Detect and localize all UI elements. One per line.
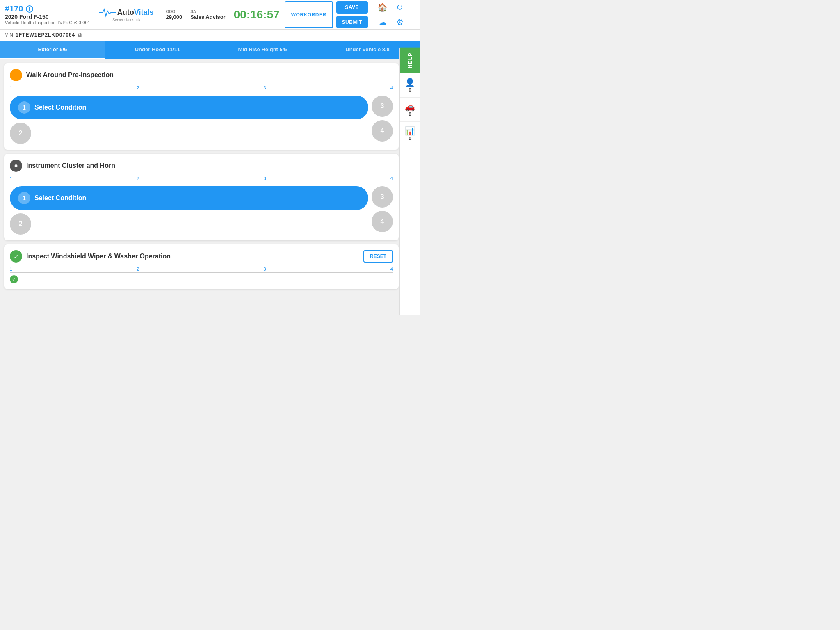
instrument-cluster-status-icon: ● [10,160,22,172]
sa-item: SA Sales Advisor [190,9,226,20]
scale-line-2 [10,182,393,182]
info-icon[interactable]: i [26,5,33,13]
condition-option-4[interactable]: 4 [372,120,393,142]
walk-around-title: Walk Around Pre-Inspection [26,71,114,79]
sidebar-chart[interactable]: 📊 0 [400,122,420,146]
condition-option-3b[interactable]: 3 [372,186,393,208]
windshield-scale-labels: 1 2 3 4 [10,267,393,272]
vin-value: 1FTEW1EP2LKD07064 [16,32,75,38]
person-icon: 👤 [405,78,415,87]
submit-button[interactable]: SUBMIT [336,16,368,28]
vehicle-name: 2020 Ford F-150 [5,14,90,20]
sidebar-car[interactable]: 🚗 0 [400,98,420,122]
header-buttons: WORKORDER SAVE SUBMIT [285,1,368,28]
server-status: Server status: ok [112,18,140,22]
work-order-number: #170 i [5,4,90,14]
vin-label: VIN [5,32,13,38]
reset-button[interactable]: RESET [363,250,393,262]
select-condition-btn-2[interactable]: 1 Select Condition [10,186,368,210]
settings-icon[interactable]: ⚙ [393,16,406,29]
walk-around-status-icon: ! [10,69,22,81]
odo-item: ODO 29,000 [166,9,182,20]
sidebar-person[interactable]: 👤 0 [400,73,420,98]
condition-option-3[interactable]: 3 [372,96,393,117]
windshield-wiper-card: ✓ Inspect Windshield Wiper & Washer Oper… [4,244,399,289]
tab-exterior[interactable]: Exterior 5/6 [0,41,105,59]
walk-around-card: ! Walk Around Pre-Inspection 1 2 3 4 1 S… [4,63,399,150]
help-button[interactable]: HELP [400,48,420,73]
select-condition-btn-1[interactable]: 1 Select Condition [10,96,368,119]
timer: 00:16:57 [234,8,280,21]
instrument-cluster-card: ● Instrument Cluster and Horn 1 2 3 4 1 … [4,154,399,240]
vin-row: VIN 1FTEW1EP2LKD07064 ⧉ [0,30,420,41]
save-button[interactable]: SAVE [336,1,368,14]
windshield-title: Inspect Windshield Wiper & Washer Operat… [26,253,171,260]
inspection-name: Vehicle Health Inspection TVPx G v20-001 [5,20,90,25]
tab-under-hood[interactable]: Under Hood 11/11 [105,41,210,59]
car-icon: 🚗 [405,102,415,112]
instrument-conditions: 1 Select Condition 2 3 4 [10,186,393,235]
walk-around-scale-labels: 1 2 3 4 [10,85,393,90]
header: #170 i 2020 Ford F-150 Vehicle Health In… [0,0,420,30]
tab-mid-rise[interactable]: Mid Rise Height 5/5 [210,41,315,59]
condition-option-2[interactable]: 2 [10,123,31,144]
check-cloud-icon[interactable]: ☁ [376,16,389,29]
right-sidebar: HELP 👤 0 🚗 0 📊 0 [399,48,420,315]
instrument-scale-labels: 1 2 3 4 [10,176,393,181]
scale-line [10,91,393,91]
workorder-button[interactable]: WORKORDER [285,1,333,28]
walk-around-conditions: 1 Select Condition 2 3 4 [10,96,393,144]
brand-name: AutoVitals [117,8,154,17]
wiper-checkmark: ✓ [10,275,18,283]
condition-option-4b[interactable]: 4 [372,211,393,232]
refresh-icon[interactable]: ↻ [393,1,406,14]
windshield-scale-row: ✓ [10,275,393,283]
scale-line-3 [10,272,393,273]
odo-sa-area: ODO 29,000 SA Sales Advisor [162,9,228,20]
pulse-icon [99,8,116,18]
windshield-status-icon: ✓ [10,250,22,262]
condition-option-2b[interactable]: 2 [10,213,31,235]
home-icon[interactable]: 🏠 [376,1,389,14]
logo: AutoVitals Server status: ok [95,8,158,22]
chart-icon: 📊 [405,126,415,136]
main-content: ! Walk Around Pre-Inspection 1 2 3 4 1 S… [0,59,420,315]
copy-icon[interactable]: ⧉ [78,31,82,38]
instrument-cluster-title: Instrument Cluster and Horn [26,162,115,169]
work-order-info: #170 i 2020 Ford F-150 Vehicle Health In… [5,4,90,25]
tabs: Exterior 5/6 Under Hood 11/11 Mid Rise H… [0,41,420,59]
